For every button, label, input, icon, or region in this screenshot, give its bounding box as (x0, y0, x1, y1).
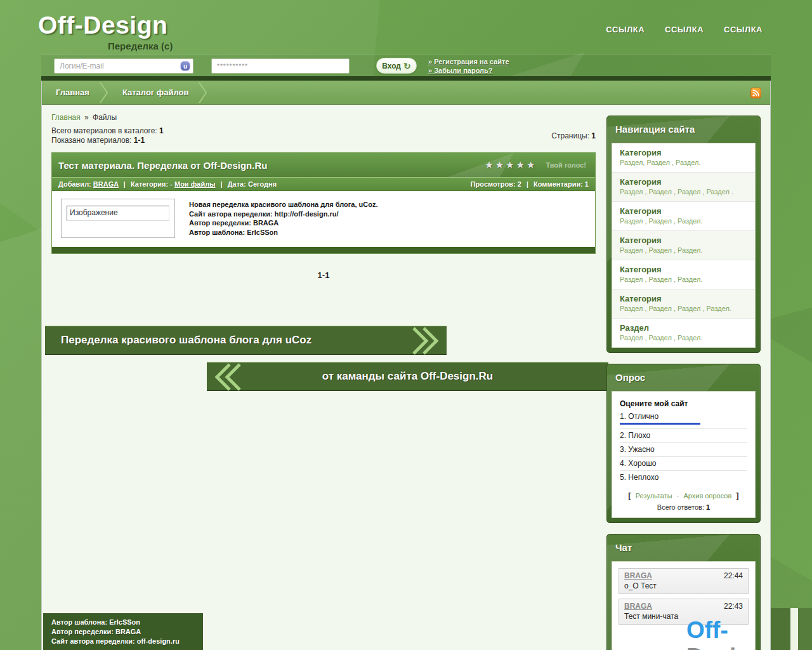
poll-results-link[interactable]: Результаты (636, 492, 672, 500)
sidebar-item-category-4[interactable]: Категория Раздел , Раздел , Раздел. (612, 231, 755, 260)
poll-box: Оцените мой сайт 1. Отлично 2. Плохо 3. … (612, 391, 756, 518)
category-link[interactable]: Мои файлы (174, 180, 216, 188)
poll-result-bar (620, 423, 700, 425)
poll-block: Опрос Оцените мой сайт 1. Отлично 2. Пло… (606, 364, 761, 523)
sidebar-item-category-3[interactable]: Категория Раздел , Раздел , Раздел. (612, 202, 755, 231)
chevron-right-icon (199, 81, 207, 104)
page: Off-Design Переделка (c) ССЫЛКА ССЫЛКА С… (0, 0, 812, 650)
catalog-stats: Всего материалов в каталоге: 1 Показано … (51, 126, 596, 145)
pages-indicator: Страницы: 1 (551, 131, 596, 140)
sidebar-item-category-5[interactable]: Категория Раздел , Раздел , Раздел. (612, 260, 755, 289)
category-sections[interactable]: Раздел , Раздел , Раздел. (620, 216, 747, 225)
rss-icon[interactable] (750, 88, 761, 98)
off-design-watermark: Off-Design.ru (686, 617, 812, 650)
total-materials-value: 1 (159, 126, 164, 135)
login-input[interactable] (54, 58, 193, 74)
total-materials-label: Всего материалов в каталоге: (51, 126, 157, 135)
category-title: Категория (620, 265, 747, 275)
poll-title: Опрос (612, 364, 756, 391)
top-link-2[interactable]: ССЫЛКА (665, 25, 704, 34)
login-bar: u Вход ↻ » Регистрация на сайте » Забыли… (41, 55, 771, 76)
sidebar-item-category-1[interactable]: Категория Раздел, Раздел , Раздел. (612, 143, 755, 173)
top-links: ССЫЛКА ССЫЛКА ССЫЛКА (606, 25, 763, 34)
main-navbar: Главная Каталог файлов (42, 81, 770, 105)
poll-option-label: 1. Отлично (620, 412, 658, 421)
tab-file-catalog[interactable]: Каталог файлов (108, 81, 199, 104)
material-card: Тест материала. Переделка от Off-Design.… (51, 152, 596, 254)
meta-separator: | (124, 180, 126, 188)
breadcrumb: Главная » Файлы (51, 113, 596, 122)
category-title: Категория (620, 148, 747, 158)
poll-question: Оцените мой сайт (620, 399, 747, 408)
category-title: Категория (620, 177, 747, 187)
site-navigation-list: Категория Раздел, Раздел , Раздел. Катег… (612, 143, 756, 348)
tab-home[interactable]: Главная (42, 81, 100, 104)
promo-banner-bottom-text: от каманды сайта Off-Design.Ru (322, 370, 493, 383)
refresh-icon: ↻ (403, 62, 411, 70)
poll-option-3[interactable]: 3. Ужасно (620, 442, 747, 456)
material-meta-right: Просмотров: 2 | Комментарии: 1 (471, 180, 589, 188)
chat-time: 22:44 (724, 571, 743, 580)
ucoz-badge-icon: u (180, 61, 190, 71)
register-link[interactable]: » Регистрация на сайте (428, 57, 509, 66)
main-column: Главная » Файлы Всего материалов в катал… (51, 113, 596, 280)
chat-message: BRAGA 22:44 о_О Тест (619, 568, 749, 594)
poll-option-5[interactable]: 5. Неплохо (620, 470, 747, 484)
sidebar-item-category-2[interactable]: Категория Раздел , Раздел , Раздел , Раз… (612, 173, 755, 202)
rating-stars[interactable]: ★★★★★ (485, 159, 537, 171)
content-shell: Главная Каталог файлов Главная » Файлы (41, 81, 771, 650)
sidebar-item-section[interactable]: Раздел Раздел , Раздел , Раздел. (612, 319, 755, 347)
description-line: Сайт автора переделки: http://off-design… (189, 209, 377, 219)
shown-materials-label: Показано материалов: (51, 136, 131, 145)
bracket-open: [ (628, 491, 631, 500)
views-count: Просмотров: 2 (471, 180, 521, 188)
promo-banner-bottom: от каманды сайта Off-Design.Ru (207, 362, 608, 391)
top-link-1[interactable]: ССЫЛКА (606, 25, 645, 34)
category-sections[interactable]: Раздел , Раздел , Раздел. (620, 246, 747, 255)
promo-banner-top-text: Переделка красивого шаблона блога для uC… (61, 334, 311, 347)
shown-materials-line: Показано материалов: 1-1 (51, 136, 164, 145)
material-description: Новая переделка красивого шаблона для бл… (189, 199, 377, 238)
footer-line-template-author: Автор шаблона: ErIcSSon (51, 618, 195, 627)
login-button[interactable]: Вход ↻ (376, 58, 417, 74)
chat-message-header: BRAGA 22:44 (624, 571, 743, 580)
breadcrumb-home-link[interactable]: Главная (51, 113, 81, 122)
description-line: Автор переделки: BRAGA (189, 218, 377, 228)
pagination[interactable]: 1-1 (51, 270, 596, 280)
watermark-part-gray: Design (686, 644, 764, 650)
sidebar-item-category-6[interactable]: Категория Раздел , Раздел , Раздел , Раз… (612, 289, 755, 319)
description-line: Новая переделка красивого шаблона для бл… (189, 200, 377, 209)
category-sections[interactable]: Раздел , Раздел , Раздел. (620, 333, 747, 342)
poll-option-2[interactable]: 2. Плохо (620, 428, 747, 442)
total-materials-line: Всего материалов в каталоге: 1 (51, 126, 164, 136)
poll-links: [ Результаты · Архив опросов ] (620, 491, 747, 500)
bracket-close: ] (736, 491, 738, 500)
login-field-wrap: u (54, 58, 193, 74)
poll-option-1[interactable]: 1. Отлично (620, 410, 747, 428)
double-chevron-right-icon (411, 327, 440, 355)
material-meta-left: Добавил: BRAGA | Категория: - Мои файлы … (58, 180, 277, 188)
chat-user-link[interactable]: BRAGA (624, 571, 652, 580)
poll-option-4[interactable]: 4. Хорошо (620, 456, 747, 470)
material-body: Изображение Новая переделка красивого ша… (52, 191, 595, 247)
forgot-password-link[interactable]: » Забыли пароль? (428, 66, 509, 75)
category-sections[interactable]: Раздел , Раздел , Раздел , Раздел . (620, 187, 747, 196)
pages-label: Страницы: (551, 131, 589, 140)
category-title: Раздел (620, 323, 747, 333)
added-user-link[interactable]: BRAGA (93, 180, 119, 188)
category-title: Категория (620, 235, 747, 246)
category-sections[interactable]: Раздел , Раздел , Раздел. (620, 275, 747, 284)
site-tagline: Переделка (c) (108, 41, 173, 51)
chat-user-link[interactable]: BRAGA (624, 602, 652, 611)
footer-line-remake-author: Автор переделки: BRAGA (51, 627, 195, 637)
chat-text: о_О Тест (624, 581, 743, 590)
poll-archive-link[interactable]: Архив опросов (683, 492, 731, 500)
password-input[interactable] (211, 58, 350, 74)
sidebar: Навигация сайта Категория Раздел, Раздел… (606, 116, 761, 650)
material-image-placeholder: Изображение (61, 199, 175, 238)
category-sections[interactable]: Раздел, Раздел , Раздел. (620, 158, 747, 167)
category-sections[interactable]: Раздел , Раздел , Раздел , Раздел. (620, 304, 747, 313)
watermark-part-blue: Off- (686, 617, 728, 643)
top-link-3[interactable]: ССЫЛКА (724, 25, 763, 34)
auth-links: » Регистрация на сайте » Забыли пароль? (428, 57, 509, 75)
